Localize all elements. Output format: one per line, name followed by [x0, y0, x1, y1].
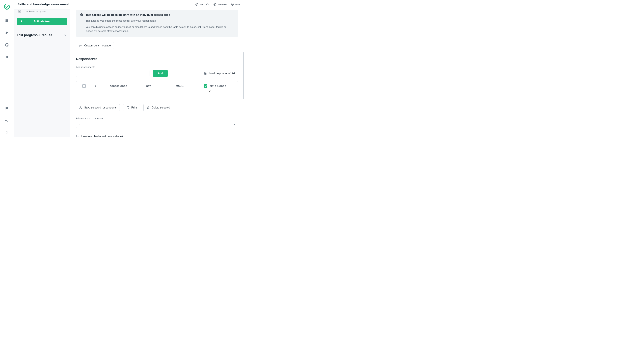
help-icon[interactable]: ?	[4, 106, 10, 111]
chevron-down-icon	[64, 34, 67, 36]
table-actions: Save selected respondents Print Delete s…	[76, 104, 238, 111]
svg-point-5	[6, 32, 7, 33]
add-label: Add	[158, 72, 163, 75]
svg-point-6	[7, 32, 8, 33]
info-p1: This access type offers the most control…	[86, 19, 234, 23]
sidebar-item-label: Certificate template	[24, 10, 46, 13]
col-send-code: SEND A CODE	[197, 84, 236, 88]
add-respondents-label: Add respondents	[76, 66, 238, 68]
test-info-label: Test info	[200, 3, 209, 6]
svg-rect-23	[76, 135, 79, 137]
expand-rail-icon[interactable]	[4, 130, 10, 135]
scroll-thumb[interactable]	[243, 52, 244, 99]
load-respondents-button[interactable]: Load respondents' list	[201, 70, 238, 77]
header-actions: Test info Preview Print	[195, 3, 240, 6]
preview-label: Preview	[218, 3, 226, 6]
svg-rect-3	[5, 21, 6, 22]
respondents-table: # ACCESS CODE SET EMAIL: SEND A CODE	[76, 81, 238, 99]
analytics-icon[interactable]	[4, 42, 10, 48]
info-title: Test access will be possible only with a…	[86, 13, 170, 16]
col-set: SET	[135, 85, 162, 87]
print-respondents-label: Print	[131, 106, 137, 109]
customize-message-button[interactable]: Customize a message	[76, 42, 114, 49]
code-window-icon	[76, 135, 79, 137]
add-respondents-input[interactable]	[76, 70, 150, 77]
activate-label: Activate test	[33, 20, 50, 23]
top-header: Skills and knowledge assessment Test inf…	[14, 0, 244, 9]
table-body-empty	[76, 91, 238, 99]
test-info-button[interactable]: Test info	[195, 3, 209, 6]
add-button[interactable]: Add	[153, 70, 168, 77]
info-icon	[80, 13, 83, 16]
save-selected-label: Save selected respondents	[84, 106, 116, 109]
load-list-label: Load respondents' list	[209, 72, 235, 75]
svg-rect-22	[127, 108, 128, 109]
svg-rect-17	[82, 14, 82, 16]
attempts-label: Attempts per respondent	[76, 117, 238, 120]
user-save-icon	[79, 106, 82, 109]
page-title: Skills and knowledge assessment	[18, 2, 69, 6]
select-all-checkbox[interactable]	[82, 84, 86, 88]
svg-rect-2	[7, 20, 8, 20]
col-email: EMAIL:	[162, 85, 197, 87]
svg-point-10	[214, 3, 216, 6]
svg-rect-4	[7, 21, 8, 22]
chevron-down-icon	[233, 123, 236, 126]
preview-button[interactable]: Preview	[213, 3, 226, 6]
delete-selected-label: Delete selected	[152, 106, 170, 109]
section-label: Test progress & results	[17, 33, 52, 37]
table-header: # ACCESS CODE SET EMAIL: SEND A CODE	[76, 81, 238, 91]
left-rail: ?	[0, 0, 14, 137]
scrollbar[interactable]: ▲	[242, 9, 244, 137]
main-content: Test access will be possible only with a…	[70, 9, 244, 137]
info-p2: You can distribute access codes yourself…	[86, 25, 234, 33]
svg-rect-1	[5, 20, 6, 20]
gear-icon[interactable]	[4, 54, 10, 60]
info-body: This access type offers the most control…	[86, 19, 234, 33]
people-icon[interactable]	[4, 30, 10, 36]
svg-point-19	[80, 107, 81, 108]
print-respondents-button[interactable]: Print	[123, 104, 140, 111]
section-test-progress[interactable]: Test progress & results	[17, 33, 67, 40]
svg-text:?: ?	[6, 107, 8, 109]
print-label: Print	[235, 3, 240, 6]
printer-icon	[126, 106, 129, 109]
attempts-select[interactable]: 1	[76, 121, 238, 128]
scroll-up-icon: ▲	[242, 9, 244, 11]
customize-label: Customize a message	[84, 44, 111, 47]
activate-test-button[interactable]: Activate test	[17, 18, 67, 25]
add-respondents-row: Add Load respondents' list	[76, 70, 238, 77]
send-code-toggle-all[interactable]	[204, 84, 207, 88]
play-icon	[20, 20, 23, 23]
respondents-heading: Respondents	[76, 57, 238, 61]
sidebar: Certificate template Activate test Test …	[14, 9, 70, 137]
dashboard-icon[interactable]	[4, 18, 10, 24]
app-logo	[4, 4, 10, 10]
file-import-icon	[204, 72, 207, 75]
svg-rect-18	[82, 14, 82, 14]
col-access-code: ACCESS CODE	[102, 85, 135, 87]
embed-help-link[interactable]: How to embed a test on a website?	[76, 135, 238, 137]
save-selected-button[interactable]: Save selected respondents	[76, 104, 120, 111]
print-button[interactable]: Print	[231, 3, 240, 6]
info-card: Test access will be possible only with a…	[76, 10, 238, 37]
trash-icon	[146, 106, 150, 109]
embed-label: How to embed a test on a website?	[81, 135, 123, 137]
svg-point-11	[214, 4, 215, 5]
logout-icon[interactable]	[4, 118, 10, 123]
col-index: #	[90, 85, 102, 87]
sidebar-item-certificate-template[interactable]: Certificate template	[17, 9, 67, 14]
send-code-label: SEND A CODE	[210, 85, 226, 87]
delete-selected-button[interactable]: Delete selected	[144, 104, 173, 111]
attempts-value: 1	[78, 123, 80, 126]
message-edit-icon	[79, 44, 82, 47]
